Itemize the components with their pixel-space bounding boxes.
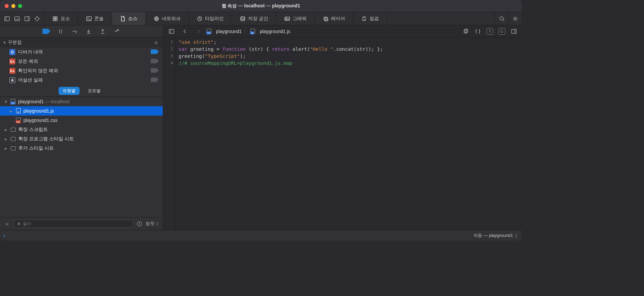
dock-bottom-button[interactable] xyxy=(12,12,22,25)
code-coverage-button[interactable]: C xyxy=(498,27,506,36)
scope-by-path[interactable]: 경로별 xyxy=(84,87,105,95)
zoom-window-button[interactable] xyxy=(18,4,22,8)
settings-button[interactable] xyxy=(508,12,522,25)
breakpoint-toggle[interactable] xyxy=(151,49,159,55)
folder-icon xyxy=(11,146,16,150)
filter-icon xyxy=(17,222,21,226)
tree-folder-name: 확장 프로그램 스타일 시트 xyxy=(18,136,74,142)
titlebar: 웹 속성 — localhost — playground1 xyxy=(0,0,522,12)
svg-point-19 xyxy=(241,16,245,18)
console-prompt-icon[interactable]: › xyxy=(3,233,5,239)
breakpoint-item[interactable]: Ex확인되지 않은 예외 xyxy=(0,66,163,76)
tab-sources[interactable]: 소스 xyxy=(112,12,146,25)
code-editor[interactable]: 1234 "use strict";var greeting = functio… xyxy=(163,37,522,230)
chevron-right-icon: ▸ xyxy=(5,136,9,142)
step-button[interactable] xyxy=(113,27,121,35)
issues-button[interactable] xyxy=(137,221,142,227)
breakpoint-toggle[interactable] xyxy=(151,68,159,74)
resume-button[interactable] xyxy=(42,27,50,35)
svg-rect-2 xyxy=(15,17,19,21)
filter-scope-select[interactable]: 모두 ▲▼ xyxy=(145,221,159,227)
breakpoints-title: 구분점 xyxy=(8,39,22,45)
toggle-sidebar-button[interactable] xyxy=(167,25,177,38)
type-profiler-button[interactable]: T xyxy=(486,27,494,36)
svg-point-24 xyxy=(500,17,503,20)
tab-network[interactable]: 네트워크 xyxy=(146,12,189,25)
step-out-button[interactable] xyxy=(99,27,107,35)
sidebar-footer: ＋ 모두 ▲▼ xyxy=(0,217,163,230)
breakpoint-item[interactable]: Ex모든 예외 xyxy=(0,57,163,66)
breakpoint-toggle[interactable] xyxy=(151,59,159,64)
tab-console[interactable]: 콘솔 xyxy=(78,12,112,25)
breakpoint-item[interactable]: D디버거 내역 xyxy=(0,47,163,57)
nav-forward-button[interactable] xyxy=(193,25,203,38)
breakpoint-item[interactable]: A어설션 실패 xyxy=(0,76,163,85)
add-breakpoint-button[interactable]: ＋ xyxy=(153,39,159,46)
breadcrumb-root[interactable]: </> playground1 xyxy=(207,29,242,34)
tree-folder[interactable]: ▸추가 스타일 시트 xyxy=(0,144,163,153)
tab-storage[interactable]: 저장 공간 xyxy=(232,12,277,25)
svg-point-21 xyxy=(286,18,287,19)
file-icon: JS xyxy=(16,108,21,114)
step-over-button[interactable] xyxy=(71,27,79,35)
chevron-right-icon: ▸ xyxy=(5,146,9,151)
add-resource-button[interactable]: ＋ xyxy=(3,220,11,228)
breakpoint-type-icon: D xyxy=(9,49,15,55)
toggle-details-button[interactable] xyxy=(510,27,518,36)
breakpoint-label: 확인되지 않은 예외 xyxy=(18,68,58,74)
tab-label: 점검 xyxy=(369,16,379,22)
svg-line-25 xyxy=(503,20,504,21)
stepper-icon: ▲▼ xyxy=(515,233,518,238)
traffic-lights xyxy=(0,4,22,8)
inspect-element-button[interactable] xyxy=(32,12,42,25)
dock-left-button[interactable] xyxy=(2,12,12,25)
search-button[interactable] xyxy=(495,12,508,25)
tree-folder[interactable]: ▸확장 스크립트 xyxy=(0,125,163,134)
tab-audit[interactable]: 점검 xyxy=(353,12,387,25)
scope-switch: 유형별 경로별 xyxy=(0,85,163,97)
editor-toolbar: </> playground1 〉 JS playground1.js T C xyxy=(163,25,522,37)
tab-layers[interactable]: 레이어 xyxy=(315,12,353,25)
svg-point-33 xyxy=(18,223,20,225)
tab-timeline[interactable]: 타임라인 xyxy=(189,12,232,25)
tree-file[interactable]: cssplayground1.css xyxy=(0,116,163,125)
filter-field[interactable] xyxy=(14,220,133,228)
dock-right-button[interactable] xyxy=(22,12,32,25)
scope-by-type[interactable]: 유형별 xyxy=(59,87,80,95)
tabs-host: 요소콘솔소스네트워크타임라인저장 공간그래픽레이어점검 xyxy=(44,12,387,25)
svg-rect-13 xyxy=(53,19,55,21)
svg-rect-12 xyxy=(56,17,57,18)
console-context-select[interactable]: 자동 — playground1 ▲▼ xyxy=(473,233,518,239)
tab-label: 그래픽 xyxy=(293,16,307,22)
tree-file[interactable]: ▸JSplayground1.js xyxy=(0,106,163,116)
tree-folder-name: 확장 스크립트 xyxy=(18,127,48,133)
minimize-window-button[interactable] xyxy=(11,4,15,8)
pretty-print-button[interactable] xyxy=(473,27,482,36)
close-window-button[interactable] xyxy=(5,4,9,8)
tree-folder[interactable]: ▸확장 프로그램 스타일 시트 xyxy=(0,134,163,144)
tab-graphics[interactable]: 그래픽 xyxy=(277,12,315,25)
breadcrumb-file[interactable]: JS playground1.js xyxy=(250,29,290,34)
filter-input[interactable] xyxy=(23,221,130,226)
tree-files: ▸JSplayground1.jscssplayground1.css xyxy=(0,106,163,125)
tree-root-name: playground1 xyxy=(18,99,44,104)
chevron-right-icon: ▸ xyxy=(5,127,9,132)
tree-root-sep: — xyxy=(44,99,51,104)
code-content[interactable]: "use strict";var greeting = function (st… xyxy=(176,37,522,230)
folder-icon xyxy=(11,137,16,141)
tab-label: 저장 공간 xyxy=(248,16,268,22)
main-tabbar: 요소콘솔소스네트워크타임라인저장 공간그래픽레이어점검 xyxy=(0,12,522,25)
tab-label: 네트워크 xyxy=(162,16,181,22)
breakpoint-label: 디버거 내역 xyxy=(18,49,43,55)
tree-root[interactable]: ▾ </> playground1 — localhost xyxy=(0,97,163,106)
copy-button[interactable] xyxy=(461,27,470,36)
document-icon: </> xyxy=(207,29,211,34)
console-bar: › 자동 — playground1 ▲▼ xyxy=(0,230,522,241)
nav-back-button[interactable] xyxy=(180,25,190,38)
breakpoints-header[interactable]: ▾ 구분점 ＋ xyxy=(0,37,163,47)
breakpoint-toggle[interactable] xyxy=(151,78,159,83)
pause-button[interactable] xyxy=(57,27,65,35)
step-into-button[interactable] xyxy=(85,27,93,35)
tab-elements[interactable]: 요소 xyxy=(44,12,78,25)
chevron-down-icon: ▾ xyxy=(5,99,9,104)
